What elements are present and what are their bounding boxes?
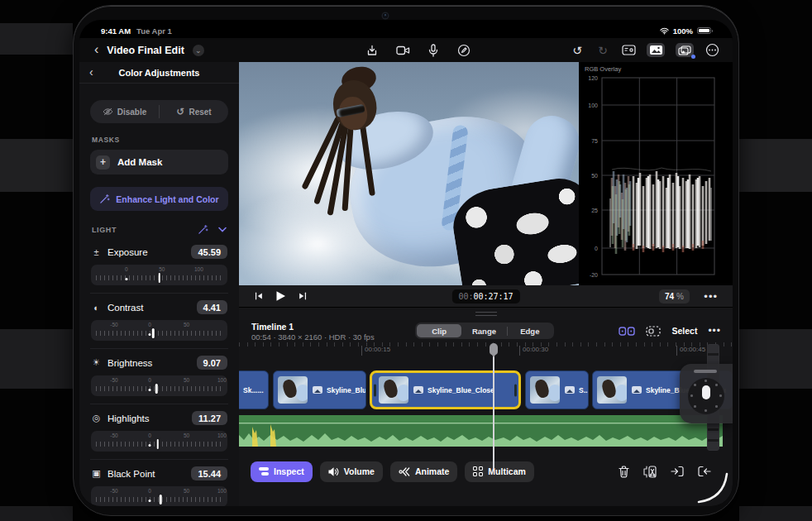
background-window-fragment [0,506,73,521]
panel-resize-bar[interactable] [239,308,733,320]
video-preview[interactable] [239,62,579,285]
eye-off-icon [103,108,113,116]
back-chevron-icon[interactable]: ‹ [94,43,98,58]
more-options-icon[interactable] [705,43,719,58]
slider-value[interactable]: 9.07 [197,356,227,370]
effects-browser-icon[interactable] [676,43,694,57]
masks-section-label: MASKS [92,136,227,144]
add-mask-button[interactable]: + Add Mask [90,150,228,174]
slider-handle[interactable] [158,273,160,283]
timeline-more-icon[interactable]: ••• [708,325,721,337]
camera-icon[interactable] [395,43,410,58]
jog-dial[interactable] [688,378,724,414]
slider-value[interactable]: 11.27 [192,411,227,425]
slider-value[interactable]: 15.44 [191,466,227,480]
timeline-name: Timeline 1 [251,322,294,332]
microphone-icon[interactable] [426,43,441,58]
ipad-screen: 9:41 AM Tue Apr 1 100% ‹ Video Final Edi… [79,20,733,506]
slider-track[interactable]: -50 0 50 100 [91,431,227,452]
mode-range[interactable]: Range [461,324,506,337]
redo-icon: ↻ [595,43,610,58]
slider-highlights: ◎ Highlights 11.27 -50 0 50 100 [90,404,228,460]
clip[interactable]: Sk...... [239,370,269,409]
trim-handle-left[interactable] [374,384,376,396]
volume-button[interactable]: Volume [320,461,383,482]
viewer-more-icon[interactable]: ••• [704,290,718,303]
wifi-icon [660,27,669,35]
delete-icon[interactable] [619,466,629,478]
highlights-icon: ◎ [91,413,102,423]
pencil-draw-icon[interactable] [456,43,471,58]
playhead-line [493,345,494,469]
background-window-fragment [739,506,812,521]
battery-percent: 100% [673,26,693,36]
overwrite-clip-icon[interactable] [646,326,661,337]
panel-title: Color Adjustments [119,68,200,78]
slider-handle[interactable] [155,384,158,394]
slider-value[interactable]: 45.59 [191,245,227,259]
slider-track[interactable]: 0 50 100 [91,265,227,285]
auto-enhance-icon[interactable] [198,224,208,235]
undo-icon[interactable]: ↺ [570,43,585,58]
clip-thumbnail [597,376,627,404]
zoom-level-button[interactable]: 74% [659,289,690,304]
photo-icon [565,386,575,394]
plus-minus-icon: ± [91,247,102,257]
slider-handle[interactable] [152,328,155,338]
import-icon[interactable] [365,43,380,58]
audio-track[interactable] [239,415,723,447]
clip[interactable]: S...... [525,370,589,409]
edit-mode-segmented-control: Clip Range Edge [415,323,554,339]
jog-knob[interactable] [702,385,710,399]
jog-drag-handle[interactable] [694,370,717,373]
light-section-label: LIGHT [92,226,117,234]
title-chevron-down-icon[interactable]: ⌄ [193,45,204,56]
slider-track[interactable]: -50 0 50 100 [91,486,227,506]
collapse-chevron-icon[interactable] [218,227,227,232]
clip-connections-icon[interactable] [619,326,635,337]
slider-label: Brightness [107,358,152,368]
slider-handle[interactable] [157,439,160,449]
timeline-ruler[interactable]: 00:00:15 00:00:30 00:00:45 [239,342,733,359]
timecode-display[interactable]: 00:00:27:17 [451,289,519,304]
panel-back-chevron-icon[interactable]: ‹ [89,66,93,79]
playhead-handle[interactable] [490,343,498,355]
insert-left-icon[interactable] [671,466,684,477]
clip[interactable]: Skyline_Blue_Wide [273,370,366,409]
multicam-button[interactable]: Multicam [465,461,534,482]
select-button[interactable]: Select [671,326,697,336]
inspector-panel-icon[interactable] [621,43,636,58]
keyframes-icon [399,467,410,476]
slider-label: Contrast [107,303,143,313]
play-button[interactable] [275,290,286,302]
slider-track[interactable]: -50 0 50 100 [91,375,227,396]
reset-button[interactable]: ↺ Reset [160,106,228,117]
add-mask-label: Add Mask [117,157,162,167]
next-frame-button[interactable] [298,291,308,301]
trim-handle-right[interactable] [514,384,517,396]
insert-right-icon[interactable] [698,466,711,477]
slider-handle[interactable] [160,495,162,504]
mode-clip[interactable]: Clip [417,324,461,337]
clip-selected[interactable]: Skyline_Blue_Close [370,370,521,409]
previous-frame-button[interactable] [254,291,264,301]
enhance-label: Enhance Light and Color [116,194,218,204]
inspect-sliders-icon [259,467,269,476]
split-clip-icon[interactable] [643,466,657,478]
slider-black-point: ▣ Black Point 15.44 -50 0 50 100 [90,460,228,506]
zero-dot [148,444,150,447]
slider-track[interactable]: -50 0 50 [91,320,227,341]
project-title[interactable]: Video Final Edit [107,45,184,56]
media-browser-icon[interactable] [647,43,665,57]
inspect-button[interactable]: Inspect [251,461,313,482]
slider-contrast: ◐ Contrast 4.41 -50 0 50 [90,294,228,349]
notification-dot [691,55,695,59]
zero-dot [148,333,150,336]
disable-button[interactable]: Disable [90,108,159,117]
animate-button[interactable]: Animate [390,461,457,482]
slider-value[interactable]: 4.41 [197,300,227,314]
drag-handle[interactable] [475,312,497,316]
mode-edge[interactable]: Edge [508,324,552,337]
jog-wheel-panel[interactable] [680,364,733,423]
enhance-button[interactable]: Enhance Light and Color [90,187,228,211]
